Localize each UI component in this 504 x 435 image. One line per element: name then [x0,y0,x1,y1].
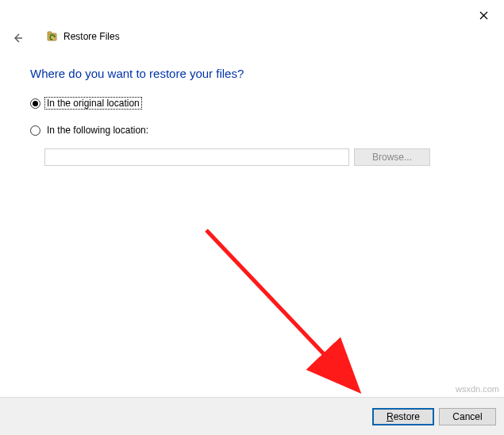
header: Restore Files [46,30,120,43]
back-button[interactable] [10,30,25,46]
window-title: Restore Files [63,31,120,42]
restore-button[interactable]: Restore [372,408,434,425]
option-original-location[interactable]: In the original location [30,98,480,109]
restore-accel: R [387,411,394,422]
svg-rect-4 [48,32,52,34]
location-path-input[interactable] [44,148,349,166]
footer: Restore Cancel [0,397,504,435]
browse-button: Browse... [354,148,430,166]
radio-following[interactable] [30,125,40,136]
arrow-left-icon [12,33,23,44]
cancel-button[interactable]: Cancel [439,408,496,425]
page-heading: Where do you want to restore your files? [30,67,480,80]
radio-following-label[interactable]: In the following location: [45,125,150,136]
radio-original[interactable] [30,98,40,109]
restore-files-icon [46,30,59,43]
option-following-location[interactable]: In the following location: [30,125,480,136]
radio-original-label[interactable]: In the original location [45,98,141,109]
annotation-arrow [198,222,373,397]
close-button[interactable] [471,6,496,25]
watermark: wsxdn.com [456,384,499,394]
svg-line-5 [206,230,353,385]
close-icon [479,11,488,20]
restore-text: estore [394,411,420,422]
